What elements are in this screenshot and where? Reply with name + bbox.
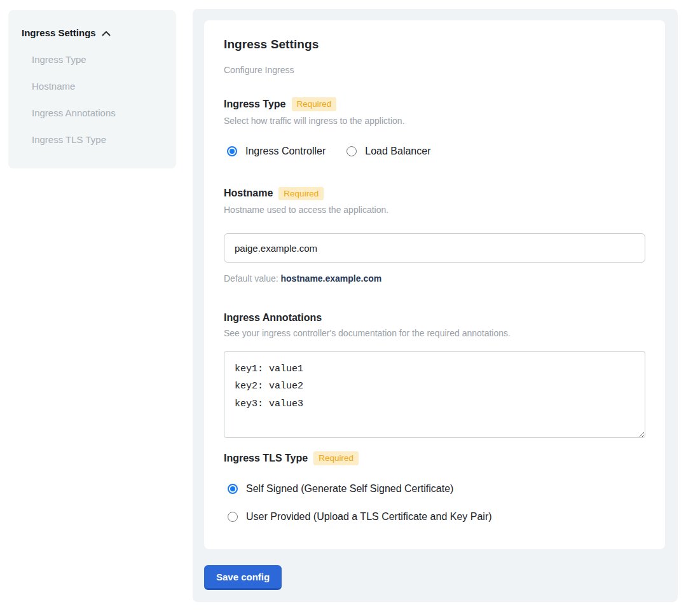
sidebar-item-hostname[interactable]: Hostname xyxy=(32,81,163,92)
hostname-default-line: Default value: hostname.example.com xyxy=(224,273,645,284)
save-config-button[interactable]: Save config xyxy=(204,565,282,590)
radio-button-icon[interactable] xyxy=(228,484,238,494)
sidebar: Ingress Settings Ingress Type Hostname I… xyxy=(8,10,176,168)
radio-button-icon[interactable] xyxy=(346,146,357,156)
radio-button-icon[interactable] xyxy=(227,146,237,156)
ingress-type-description: Select how traffic will ingress to the a… xyxy=(224,116,645,126)
page-title: Ingress Settings xyxy=(224,38,645,51)
radio-label: User Provided (Upload a TLS Certificate … xyxy=(246,511,492,523)
sidebar-item-ingress-annotations[interactable]: Ingress Annotations xyxy=(32,108,163,118)
ingress-annotations-textarea[interactable]: key1: value1 key2: value2 key3: value3 xyxy=(224,351,645,438)
radio-ingress-controller[interactable]: Ingress Controller xyxy=(227,146,326,157)
hostname-input[interactable] xyxy=(224,233,645,263)
default-value-text: hostname.example.com xyxy=(281,273,382,284)
required-badge: Required xyxy=(278,187,324,201)
radio-user-provided[interactable]: User Provided (Upload a TLS Certificate … xyxy=(228,511,645,523)
radio-load-balancer[interactable]: Load Balancer xyxy=(346,146,430,157)
page-subtitle: Configure Ingress xyxy=(224,65,645,75)
default-value-prefix: Default value: xyxy=(224,273,281,284)
ingress-settings-card: Ingress Settings Configure Ingress Ingre… xyxy=(204,20,665,549)
required-badge: Required xyxy=(292,97,337,111)
sidebar-group-label: Ingress Settings xyxy=(22,27,96,38)
ingress-type-label: Ingress Type xyxy=(224,99,286,110)
required-badge: Required xyxy=(313,451,359,465)
section-ingress-type: Ingress Type Required Select how traffic… xyxy=(224,97,645,157)
sidebar-group-ingress-settings[interactable]: Ingress Settings xyxy=(22,27,163,38)
section-ingress-tls-type: Ingress TLS Type Required Self Signed (G… xyxy=(224,451,645,523)
section-ingress-annotations: Ingress Annotations See your ingress con… xyxy=(224,312,645,438)
sidebar-items: Ingress Type Hostname Ingress Annotation… xyxy=(22,55,163,145)
ingress-annotations-label: Ingress Annotations xyxy=(224,312,322,324)
section-hostname: Hostname Required Hostname used to acces… xyxy=(224,187,645,284)
main-panel: Ingress Settings Configure Ingress Ingre… xyxy=(193,9,678,602)
hostname-description: Hostname used to access the application. xyxy=(224,205,645,215)
radio-label: Load Balancer xyxy=(365,146,430,157)
radio-label: Ingress Controller xyxy=(245,146,326,157)
sidebar-item-ingress-type[interactable]: Ingress Type xyxy=(32,55,163,65)
radio-label: Self Signed (Generate Self Signed Certif… xyxy=(246,483,453,495)
radio-button-icon[interactable] xyxy=(228,512,238,522)
ingress-tls-type-label: Ingress TLS Type xyxy=(224,453,308,464)
chevron-up-icon xyxy=(102,27,111,38)
radio-self-signed[interactable]: Self Signed (Generate Self Signed Certif… xyxy=(228,483,645,495)
hostname-label: Hostname xyxy=(224,188,273,199)
ingress-annotations-description: See your ingress controller's documentat… xyxy=(224,328,645,338)
sidebar-item-ingress-tls-type[interactable]: Ingress TLS Type xyxy=(32,135,163,145)
